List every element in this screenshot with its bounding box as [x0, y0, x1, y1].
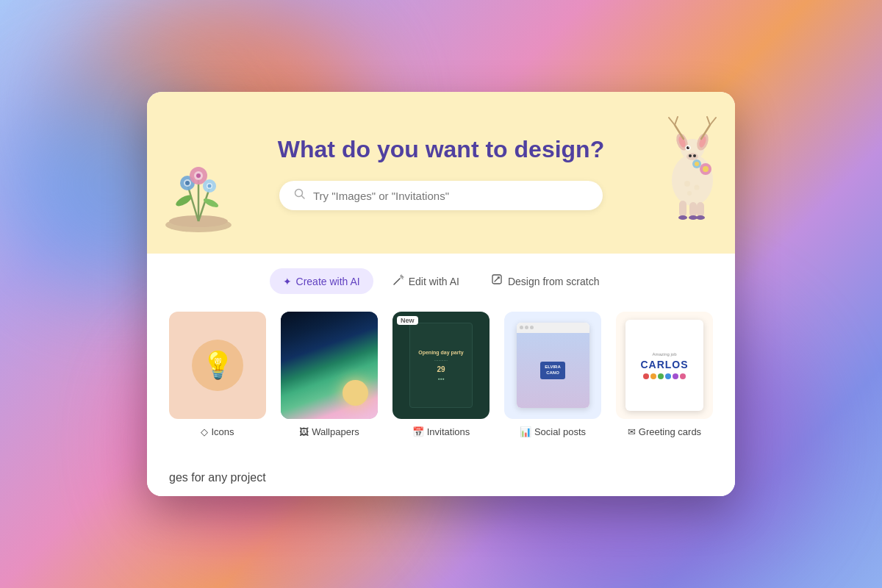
svg-rect-34: [697, 202, 704, 217]
invitations-label: 📅 Invitations: [412, 426, 470, 437]
svg-line-49: [302, 196, 305, 199]
bulb-icon: 💡: [192, 340, 243, 391]
tab-edit-ai-label: Edit with AI: [409, 276, 459, 287]
search-input[interactable]: [313, 190, 588, 202]
invite-card-sub: ·············: [434, 358, 448, 362]
diamond-icon: ◇: [201, 426, 208, 437]
search-bar[interactable]: [279, 181, 603, 210]
svg-line-55: [495, 277, 499, 282]
greeting-decorations: [643, 373, 686, 379]
content-section: ✦ Create with AI Edit with AI: [147, 254, 735, 459]
flower-decoration: [158, 155, 239, 239]
greeting-cards-label: ✉ Greeting cards: [628, 426, 701, 437]
social-name-block: ELVIRA CANO: [540, 362, 565, 379]
svg-point-44: [687, 191, 692, 196]
moon-decoration: [343, 380, 368, 406]
svg-point-35: [678, 215, 687, 220]
greeting-top-text: Amazing job: [652, 352, 676, 356]
greeting-cards-thumbnail: Amazing job CARLOS: [616, 312, 713, 418]
tab-create-ai[interactable]: ✦ Create with AI: [270, 268, 373, 294]
pencil-square-icon: [492, 274, 503, 288]
svg-point-42: [684, 181, 690, 187]
tab-design-scratch[interactable]: Design from scratch: [478, 268, 612, 294]
greeting-name: CARLOS: [640, 359, 688, 370]
chart-icon: 📊: [520, 426, 531, 437]
bottom-text: ges for any project: [169, 471, 266, 484]
invite-card-dots: ●●●: [437, 376, 444, 381]
sparkle-icon: ✦: [283, 276, 292, 287]
svg-rect-32: [679, 201, 686, 217]
bottom-bar: ges for any project: [147, 459, 735, 496]
svg-point-37: [696, 215, 705, 220]
svg-point-43: [695, 185, 700, 190]
social-name1: ELVIRA: [545, 365, 561, 370]
category-invitations[interactable]: New Opening day party ············· 29 ●…: [392, 312, 490, 437]
tab-design-scratch-label: Design from scratch: [508, 276, 599, 287]
svg-point-10: [196, 173, 201, 178]
svg-point-7: [185, 181, 190, 185]
svg-line-50: [394, 279, 400, 284]
social-card-header: [517, 323, 589, 333]
wallpapers-thumbnail: [281, 312, 378, 418]
svg-rect-33: [689, 202, 697, 217]
deer-decoration: [654, 107, 731, 223]
category-icons[interactable]: 💡 ◇ Icons: [169, 312, 266, 437]
tab-edit-ai[interactable]: Edit with AI: [379, 268, 473, 294]
main-card: What do you want to design? ✦ Create wit…: [147, 92, 735, 495]
hero-title: What do you want to design?: [176, 136, 706, 163]
search-icon: [294, 188, 306, 203]
svg-line-28: [675, 117, 678, 125]
social-card-body: ELVIRA CANO: [517, 333, 589, 408]
invite-card-title: Opening day party: [418, 350, 463, 355]
invitations-thumbnail: New Opening day party ············· 29 ●…: [392, 312, 490, 418]
greeting-card-preview: Amazing job CARLOS: [625, 320, 703, 410]
new-badge: New: [397, 316, 418, 325]
svg-line-51: [401, 275, 401, 276]
svg-point-39: [703, 166, 709, 172]
invite-card-preview: Opening day party ············· 29 ●●●: [409, 323, 473, 408]
action-tabs: ✦ Create with AI Edit with AI: [169, 268, 713, 294]
icons-label: ◇ Icons: [201, 426, 234, 437]
social-card-preview: ELVIRA CANO: [517, 323, 589, 408]
tab-create-ai-label: Create with AI: [296, 276, 360, 287]
social-name2: CANO: [545, 370, 561, 376]
category-greeting-cards[interactable]: Amazing job CARLOS ✉ Gr: [616, 312, 713, 437]
icons-thumbnail: 💡: [169, 312, 266, 418]
invite-card-date: 29: [437, 365, 445, 373]
wand-icon: [392, 274, 404, 288]
svg-line-53: [401, 278, 403, 279]
category-wallpapers[interactable]: 🖼 Wallpapers: [281, 312, 378, 437]
svg-line-27: [669, 118, 675, 125]
svg-line-31: [707, 117, 710, 125]
category-social-posts[interactable]: ELVIRA CANO 📊 Social posts: [504, 312, 601, 437]
wallpapers-label: 🖼 Wallpapers: [299, 426, 359, 437]
categories-row: 💡 ◇ Icons 🖼 Wallpapers: [169, 312, 713, 437]
svg-line-30: [710, 118, 716, 125]
image-icon: 🖼: [299, 426, 309, 437]
social-posts-thumbnail: ELVIRA CANO: [504, 312, 601, 418]
social-posts-label: 📊 Social posts: [520, 426, 586, 437]
svg-point-13: [208, 184, 212, 188]
calendar-icon: 📅: [412, 426, 424, 437]
hero-section: What do you want to design?: [147, 92, 735, 254]
envelope-icon: ✉: [628, 426, 636, 437]
